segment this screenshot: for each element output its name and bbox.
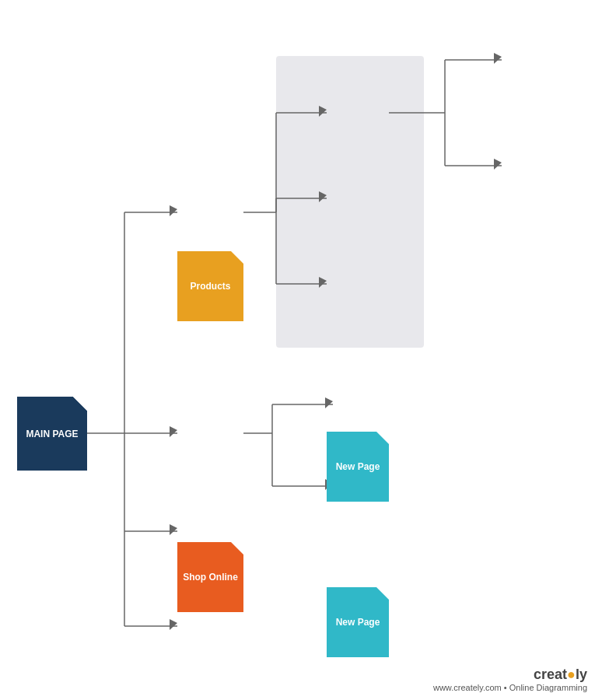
watermark: creat●ly www.creately.com • Online Diagr…	[433, 667, 587, 692]
group-box	[276, 56, 424, 348]
shop-online-node[interactable]: Shop Online	[177, 542, 243, 612]
svg-marker-26	[170, 619, 177, 630]
brand-sub: www.creately.com • Online Diagramming	[433, 683, 587, 692]
svg-marker-31	[494, 159, 502, 170]
svg-marker-32	[325, 397, 333, 408]
svg-marker-25	[170, 524, 177, 535]
shop-online-label: Shop Online	[180, 569, 241, 586]
main-page-label: MAIN PAGE	[23, 425, 81, 443]
new-page-2-label: New Page	[333, 614, 383, 631]
brand-dot: ●	[567, 667, 576, 682]
new-page-2-node[interactable]: New Page	[327, 587, 389, 657]
new-page-1-label: New Page	[333, 458, 383, 475]
svg-marker-23	[170, 205, 177, 216]
diagram-canvas: MAIN PAGE Products Shop Online Blog Abou…	[0, 0, 595, 700]
new-page-1-node[interactable]: New Page	[327, 432, 389, 502]
products-node[interactable]: Products	[177, 251, 243, 321]
svg-marker-24	[170, 426, 177, 437]
brand-name: creat●ly	[433, 667, 587, 683]
main-page-node[interactable]: MAIN PAGE	[17, 397, 87, 471]
products-label: Products	[187, 278, 233, 295]
svg-marker-30	[494, 53, 502, 64]
